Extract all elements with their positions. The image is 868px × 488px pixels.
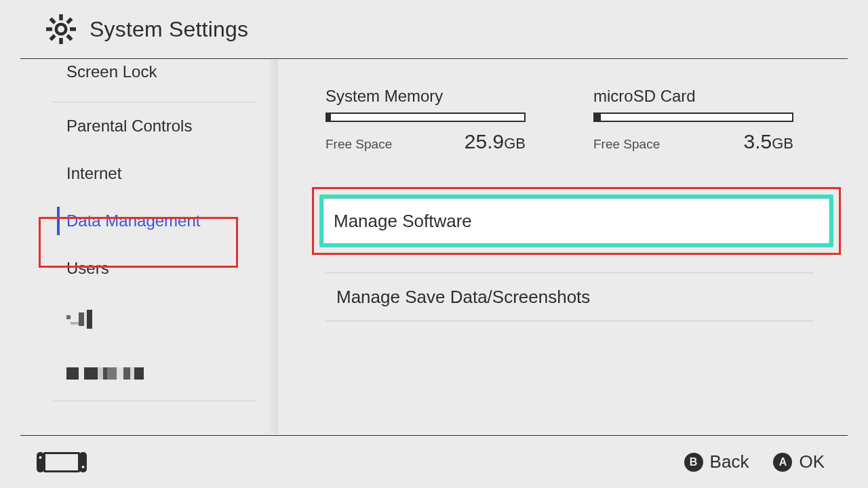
b-button-icon: B bbox=[684, 453, 703, 472]
system-memory-bar bbox=[326, 113, 526, 122]
footer-bar: B Back A OK bbox=[20, 435, 848, 488]
ok-button[interactable]: A OK bbox=[773, 451, 825, 472]
svg-rect-6 bbox=[66, 18, 73, 24]
svg-rect-3 bbox=[59, 38, 62, 44]
system-memory-block: System Memory Free Space 25.9GB bbox=[326, 87, 526, 153]
ok-label: OK bbox=[799, 451, 825, 472]
page-title: System Settings bbox=[90, 17, 248, 42]
settings-sidebar: Screen Lock Parental Controls Internet D… bbox=[0, 60, 278, 434]
svg-rect-5 bbox=[70, 27, 76, 30]
svg-rect-11 bbox=[45, 454, 78, 470]
storage-summary: System Memory Free Space 25.9GB microSD … bbox=[326, 87, 814, 153]
svg-rect-12 bbox=[37, 452, 44, 472]
annotation-highlight-option: Manage Software bbox=[312, 187, 841, 255]
microsd-free-label: Free Space bbox=[593, 137, 660, 152]
sidebar-item-screen-lock[interactable]: Screen Lock bbox=[0, 60, 278, 102]
main-panel: System Memory Free Space 25.9GB microSD … bbox=[278, 60, 848, 434]
system-memory-free-unit: GB bbox=[504, 135, 526, 152]
option-manage-save-data[interactable]: Manage Save Data/Screenshots bbox=[326, 272, 814, 321]
a-button-icon: A bbox=[773, 453, 792, 472]
redacted-icon bbox=[66, 310, 92, 329]
microsd-block: microSD Card Free Space 3.5GB bbox=[593, 87, 793, 153]
back-button[interactable]: B Back bbox=[684, 451, 749, 472]
svg-rect-8 bbox=[50, 18, 56, 24]
svg-rect-13 bbox=[79, 452, 87, 472]
system-memory-title: System Memory bbox=[326, 87, 526, 106]
svg-point-1 bbox=[58, 26, 64, 33]
system-memory-free-value: 25.9 bbox=[465, 130, 504, 152]
microsd-free-value: 3.5 bbox=[743, 130, 772, 152]
sidebar-item-internet[interactable]: Internet bbox=[0, 150, 278, 197]
microsd-bar bbox=[593, 113, 793, 122]
system-settings-screen: System Settings Screen Lock Parental Con… bbox=[0, 0, 868, 488]
svg-rect-4 bbox=[46, 27, 52, 30]
back-label: Back bbox=[710, 451, 749, 472]
controller-icon[interactable] bbox=[37, 451, 87, 474]
microsd-title: microSD Card bbox=[593, 87, 793, 106]
sidebar-item-users[interactable]: Users bbox=[0, 245, 278, 292]
redacted-icon bbox=[66, 367, 144, 380]
svg-point-14 bbox=[39, 456, 42, 459]
svg-rect-7 bbox=[50, 34, 56, 41]
svg-point-15 bbox=[82, 466, 85, 468]
sidebar-item-data-management[interactable]: Data Management bbox=[0, 197, 278, 245]
header: System Settings bbox=[20, 0, 848, 59]
svg-rect-2 bbox=[59, 14, 62, 20]
sidebar-item-parental-controls[interactable]: Parental Controls bbox=[0, 102, 278, 150]
sidebar-item-obscured-1[interactable] bbox=[0, 292, 278, 346]
option-manage-software[interactable]: Manage Software bbox=[319, 195, 833, 247]
svg-rect-9 bbox=[66, 34, 73, 41]
microsd-free-unit: GB bbox=[772, 135, 793, 152]
sidebar-separator bbox=[53, 401, 256, 401]
gear-icon bbox=[46, 14, 76, 44]
sidebar-item-obscured-2[interactable] bbox=[0, 346, 278, 401]
system-memory-free-label: Free Space bbox=[326, 137, 392, 152]
